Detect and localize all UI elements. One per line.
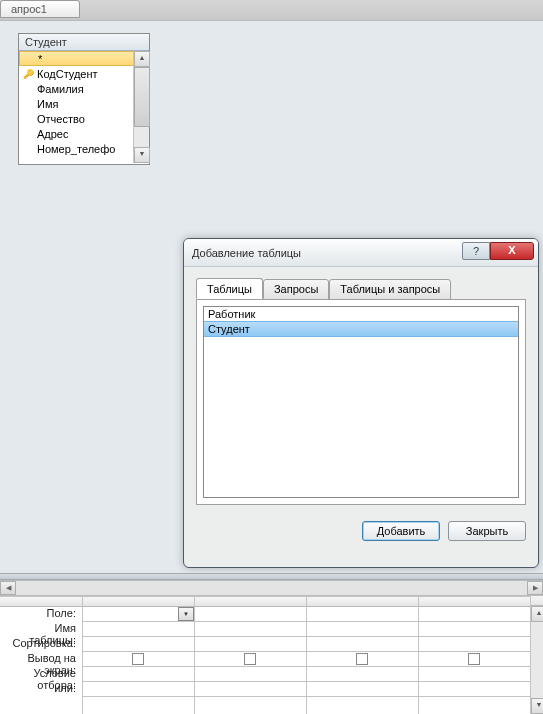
design-row-label: Поле: — [0, 607, 82, 622]
dialog-titlebar[interactable]: Добавление таблицы ? X — [184, 239, 538, 267]
dialog-tabpage: РаботникСтудент — [196, 299, 526, 505]
design-row-labels: Поле:Имя таблицы:Сортировка:Вывод на экр… — [0, 596, 82, 714]
show-checkbox[interactable] — [244, 653, 256, 665]
field-name: * — [38, 53, 42, 65]
column-selector[interactable] — [419, 597, 530, 607]
scroll-up-icon[interactable]: ▲ — [134, 51, 150, 67]
add-table-dialog: Добавление таблицы ? X ТаблицыЗапросыТаб… — [183, 238, 539, 568]
design-column — [418, 597, 530, 714]
design-cell[interactable] — [307, 607, 418, 622]
hscroll-left-icon[interactable]: ◀ — [0, 581, 16, 595]
design-row-label: Имя таблицы: — [0, 622, 82, 637]
design-cell[interactable] — [195, 637, 306, 652]
design-row-label: Сортировка: — [0, 637, 82, 652]
scroll-up-icon[interactable]: ▲ — [531, 606, 543, 622]
field-row[interactable]: 🔑КодСтудент — [19, 66, 135, 81]
field-name: Имя — [37, 98, 58, 110]
design-cell[interactable] — [419, 622, 530, 637]
field-name: Фамилия — [37, 83, 84, 95]
field-row[interactable]: * — [19, 51, 135, 66]
add-button[interactable]: Добавить — [362, 521, 440, 541]
design-cell[interactable] — [195, 667, 306, 682]
field-row[interactable]: Фамилия — [19, 81, 135, 96]
dialog-close-button[interactable]: X — [490, 242, 534, 260]
field-row[interactable]: Адрес — [19, 126, 135, 141]
design-cell[interactable] — [83, 622, 194, 637]
table-list-item[interactable]: Работник — [204, 307, 518, 321]
design-cell[interactable] — [83, 682, 194, 697]
design-cell[interactable] — [307, 652, 418, 667]
design-column: ▼ — [82, 597, 194, 714]
field-list[interactable]: *🔑КодСтудентФамилияИмяОтчествоАдресНомер… — [19, 51, 135, 163]
column-selector[interactable] — [307, 597, 418, 607]
design-cell[interactable] — [419, 682, 530, 697]
design-cell[interactable] — [83, 667, 194, 682]
design-row-label: Вывод на экран: — [0, 652, 82, 667]
dialog-help-button[interactable]: ? — [462, 242, 490, 260]
field-scrollbar[interactable]: ▲ ▼ — [133, 51, 149, 163]
field-row[interactable]: Отчество — [19, 111, 135, 126]
document-tabbar: апрос1 — [0, 0, 543, 20]
design-column — [194, 597, 306, 714]
table-list-item[interactable]: Студент — [204, 321, 518, 337]
horizontal-scrollbar[interactable]: ◀ ▶ — [0, 580, 543, 596]
scroll-thumb[interactable] — [134, 67, 150, 127]
dialog-tab[interactable]: Таблицы — [196, 278, 263, 299]
design-cell[interactable] — [195, 622, 306, 637]
design-cell[interactable] — [195, 607, 306, 622]
show-checkbox[interactable] — [356, 653, 368, 665]
design-cell[interactable] — [83, 637, 194, 652]
design-columns: ▼ — [82, 596, 530, 714]
dialog-tab[interactable]: Запросы — [263, 279, 329, 300]
design-cell[interactable] — [307, 682, 418, 697]
column-selector[interactable] — [83, 597, 194, 607]
design-vertical-scrollbar[interactable]: ▲ ▼ — [530, 596, 543, 714]
query-design-pane: Студент *🔑КодСтудентФамилияИмяОтчествоАд… — [0, 20, 543, 575]
dialog-title: Добавление таблицы — [192, 247, 301, 259]
show-checkbox[interactable] — [468, 653, 480, 665]
primary-key-icon: 🔑 — [23, 69, 37, 79]
design-cell[interactable] — [195, 652, 306, 667]
field-dropdown-button[interactable]: ▼ — [178, 607, 194, 621]
field-row[interactable]: Номер_телефо — [19, 141, 135, 156]
design-cell[interactable]: ▼ — [83, 607, 194, 622]
field-name: Отчество — [37, 113, 85, 125]
close-button[interactable]: Закрыть — [448, 521, 526, 541]
dialog-table-list[interactable]: РаботникСтудент — [203, 306, 519, 498]
design-cell[interactable] — [195, 682, 306, 697]
field-name: Адрес — [37, 128, 69, 140]
table-box-student[interactable]: Студент *🔑КодСтудентФамилияИмяОтчествоАд… — [18, 33, 150, 165]
design-cell[interactable] — [419, 667, 530, 682]
query-design-grid: Поле:Имя таблицы:Сортировка:Вывод на экр… — [0, 596, 543, 714]
design-cell[interactable] — [419, 652, 530, 667]
field-row[interactable]: Имя — [19, 96, 135, 111]
hscroll-right-icon[interactable]: ▶ — [527, 581, 543, 595]
scroll-down-icon[interactable]: ▼ — [531, 698, 543, 714]
design-row-label: Условие отбора: — [0, 667, 82, 682]
design-cell[interactable] — [419, 607, 530, 622]
field-name: Номер_телефо — [37, 143, 115, 155]
design-cell[interactable] — [83, 652, 194, 667]
scroll-down-icon[interactable]: ▼ — [134, 147, 150, 163]
field-name: КодСтудент — [37, 68, 98, 80]
design-cell[interactable] — [419, 637, 530, 652]
dialog-tab[interactable]: Таблицы и запросы — [329, 279, 451, 300]
column-selector[interactable] — [195, 597, 306, 607]
design-column — [306, 597, 418, 714]
pane-splitter[interactable] — [0, 573, 543, 580]
document-tab[interactable]: апрос1 — [0, 0, 80, 18]
design-cell[interactable] — [307, 667, 418, 682]
show-checkbox[interactable] — [132, 653, 144, 665]
design-cell[interactable] — [307, 637, 418, 652]
design-cell[interactable] — [307, 622, 418, 637]
dialog-tabstrip: ТаблицыЗапросыТаблицы и запросы — [196, 278, 526, 300]
table-box-title: Студент — [19, 34, 149, 51]
